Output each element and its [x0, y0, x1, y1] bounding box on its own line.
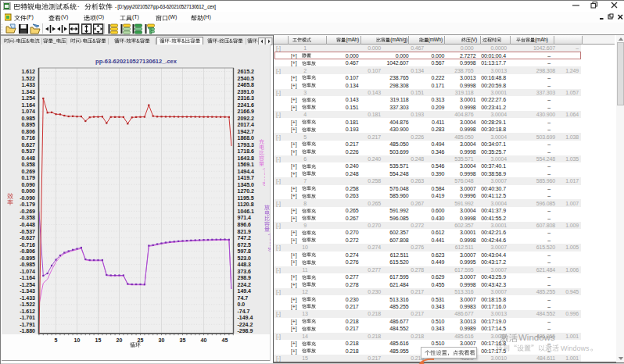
svg-text:-0.806: -0.806 [20, 248, 35, 254]
svg-text:373.6: 373.6 [238, 269, 252, 274]
svg-text:0.269: 0.269 [21, 169, 35, 174]
svg-text:1.254: 1.254 [21, 95, 35, 101]
svg-text:-0.627: -0.627 [20, 235, 35, 241]
svg-text:0.358: 0.358 [21, 162, 35, 167]
svg-text:0.090: 0.090 [21, 182, 35, 187]
svg-text:74.7: 74.7 [238, 295, 249, 301]
svg-text:1.074: 1.074 [21, 109, 35, 114]
svg-text:1.164: 1.164 [21, 102, 35, 108]
svg-text:672.5: 672.5 [238, 242, 252, 248]
svg-text:-1.612: -1.612 [20, 309, 35, 314]
svg-text:971.4: 971.4 [238, 215, 252, 220]
svg-text:-0.358: -0.358 [20, 215, 35, 220]
svg-text:2017.4: 2017.4 [238, 122, 255, 127]
svg-text:20: 20 [117, 337, 123, 343]
svg-text:-1.880: -1.880 [20, 328, 35, 334]
svg-text:1.343: 1.343 [21, 89, 35, 95]
svg-text:597.8: 597.8 [238, 248, 252, 254]
svg-text:523.0: 523.0 [238, 255, 252, 261]
svg-text:1046.1: 1046.1 [238, 209, 255, 214]
svg-text:1494.4: 1494.4 [238, 169, 255, 174]
svg-text:2092.2: 2092.2 [238, 116, 255, 121]
svg-text:10: 10 [74, 337, 81, 343]
svg-text:-298.9: -298.9 [238, 328, 253, 334]
svg-text:-0.269: -0.269 [20, 209, 35, 214]
svg-text:1569.1: 1569.1 [238, 162, 255, 167]
svg-text:2166.9: 2166.9 [238, 109, 255, 114]
svg-text:0.985: 0.985 [21, 116, 35, 121]
svg-text:747.2: 747.2 [238, 235, 252, 241]
svg-text:30: 30 [159, 337, 165, 343]
svg-text:0.179: 0.179 [21, 175, 35, 180]
svg-text:-0.537: -0.537 [20, 229, 35, 234]
svg-text:2241.6: 2241.6 [238, 102, 255, 108]
svg-text:pp-63-620210527130612_.cex: pp-63-620210527130612_.cex [95, 58, 178, 65]
svg-text:1793.3: 1793.3 [238, 142, 255, 148]
svg-text:2465.8: 2465.8 [238, 82, 255, 87]
svg-text:2540.5: 2540.5 [238, 76, 255, 81]
svg-text:-149.4: -149.4 [238, 315, 253, 320]
svg-text:5: 5 [55, 337, 58, 343]
svg-text:149.4: 149.4 [238, 288, 252, 294]
svg-text:0.716: 0.716 [21, 135, 35, 141]
svg-text:1419.7: 1419.7 [238, 175, 255, 180]
svg-text:0.000: 0.000 [21, 188, 35, 194]
svg-text:1718.6: 1718.6 [238, 148, 255, 154]
svg-text:40: 40 [201, 337, 207, 343]
svg-text:-1.254: -1.254 [20, 282, 35, 287]
svg-text:1270.2: 1270.2 [238, 188, 255, 194]
svg-text:-0.985: -0.985 [20, 262, 35, 267]
svg-text:-1.074: -1.074 [20, 269, 35, 274]
svg-text:1643.8: 1643.8 [238, 155, 255, 161]
svg-text:0.0: 0.0 [238, 302, 246, 307]
svg-text:821.9: 821.9 [238, 229, 252, 234]
svg-text:0.627: 0.627 [21, 142, 35, 148]
svg-text:-1.701: -1.701 [20, 315, 35, 320]
svg-text:-0.895: -0.895 [20, 255, 35, 261]
svg-text:1942.7: 1942.7 [238, 129, 255, 134]
svg-text:-1.522: -1.522 [20, 302, 35, 307]
svg-text:0.448: 0.448 [21, 155, 35, 161]
svg-text:-1.343: -1.343 [20, 288, 35, 294]
svg-text:0.895: 0.895 [21, 122, 35, 127]
svg-text:-0.716: -0.716 [20, 242, 35, 248]
svg-text:(mAh/g): (mAh/g) [268, 234, 271, 252]
svg-text:-0.448: -0.448 [20, 222, 35, 227]
svg-text:2615.2: 2615.2 [238, 69, 255, 74]
svg-text:1345.0: 1345.0 [238, 182, 255, 187]
svg-text:-224.2: -224.2 [238, 322, 253, 327]
svg-text:896.6: 896.6 [238, 222, 252, 227]
svg-text:1.612: 1.612 [21, 69, 35, 74]
svg-text:2391.0: 2391.0 [238, 89, 255, 95]
svg-text:0.806: 0.806 [21, 129, 35, 134]
svg-text:224.2: 224.2 [238, 282, 252, 287]
svg-text:0.537: 0.537 [21, 148, 35, 154]
svg-text:-0.090: -0.090 [20, 195, 35, 201]
svg-text:-1.164: -1.164 [20, 275, 35, 280]
svg-text:1.522: 1.522 [21, 76, 35, 81]
svg-text:35: 35 [180, 337, 186, 343]
svg-text:-1.791: -1.791 [20, 322, 35, 327]
svg-text:1120.8: 1120.8 [238, 202, 254, 207]
svg-text:-74.7: -74.7 [238, 309, 250, 314]
svg-text:1868.0: 1868.0 [238, 135, 255, 141]
svg-text:2316.3: 2316.3 [238, 95, 255, 101]
svg-text:45: 45 [222, 337, 228, 343]
svg-text:15: 15 [95, 337, 102, 343]
svg-text:298.9: 298.9 [238, 275, 252, 280]
svg-text:1.433: 1.433 [21, 82, 35, 87]
svg-text:448.3: 448.3 [238, 262, 252, 267]
svg-text:-0.179: -0.179 [20, 202, 35, 207]
svg-text:-1.433: -1.433 [20, 295, 35, 301]
svg-text:(mAh/g): (mAh/g) [263, 168, 266, 186]
svg-text:1195.5: 1195.5 [238, 195, 254, 201]
